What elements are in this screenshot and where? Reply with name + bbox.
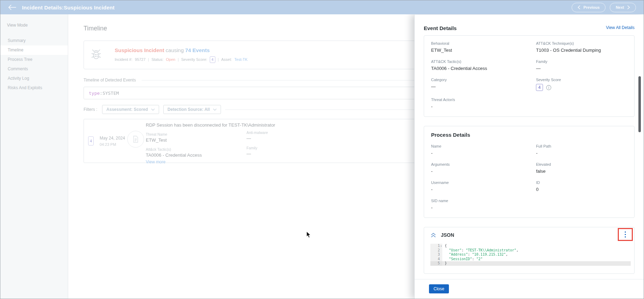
event-date: May 24, 2024 04:23 PM bbox=[100, 136, 125, 147]
panel-title: Event Details bbox=[424, 25, 457, 31]
event-details-card: Behavioral ETW_Test ATT&CK Technique(s) … bbox=[424, 35, 635, 117]
field-attck-tactic: ATT&CK Tactic(s) TA0006 - Credential Acc… bbox=[431, 59, 536, 71]
field-threat-actor: Threat Actor/s - bbox=[431, 98, 536, 109]
sidebar-item-risks-and-exploits[interactable]: Risks And Exploits bbox=[0, 83, 68, 93]
json-code-line: 1▾ { bbox=[430, 244, 631, 248]
chevron-down-icon bbox=[151, 108, 155, 111]
process-details-card: Process Details Name - Full Path - Argum… bbox=[424, 126, 635, 218]
top-header-bar: Incident Details:Suspicious Incident Pre… bbox=[0, 0, 644, 14]
json-section-card: JSON 1▾ { 2 "User": "TEST-TK\\Administra… bbox=[424, 227, 635, 274]
event-family: — bbox=[246, 151, 268, 156]
previous-button[interactable]: Previous bbox=[572, 3, 606, 12]
incident-status-value: Open bbox=[166, 57, 175, 62]
view-mode-sidebar: View Mode Summary Timeline Process Tree … bbox=[0, 14, 68, 299]
sidebar-title: View Mode bbox=[0, 23, 68, 28]
next-button[interactable]: Next bbox=[610, 3, 636, 12]
sidebar-item-comments[interactable]: Comments bbox=[0, 64, 68, 74]
event-details-panel: Event Details View All Details Behaviora… bbox=[414, 15, 644, 299]
event-details-panel-body: Event Details View All Details Behaviora… bbox=[415, 15, 644, 279]
incident-title: Suspicious Incident causing 74 Events bbox=[115, 47, 248, 53]
incident-details-screen: Incident Details:Suspicious Incident Pre… bbox=[0, 0, 644, 299]
event-title: RDP Session has been disconnected for TE… bbox=[146, 122, 275, 128]
chevron-left-icon bbox=[578, 5, 580, 9]
collapse-section-icon[interactable] bbox=[430, 233, 436, 238]
json-code-line: 3 "Address": "10.119.215.132", bbox=[430, 252, 631, 257]
json-code-line: 2 "User": "TEST-TK\\Administrator", bbox=[430, 248, 631, 253]
annotation-highlight-box bbox=[618, 228, 633, 241]
page-header-title: Incident Details:Suspicious Incident bbox=[22, 5, 115, 10]
back-arrow-icon[interactable] bbox=[8, 5, 16, 10]
event-antimalware: — bbox=[246, 136, 268, 141]
event-severity-badge: 4 bbox=[88, 136, 94, 145]
process-details-title: Process Details bbox=[431, 132, 627, 138]
incident-events-count[interactable]: 74 Events bbox=[185, 47, 210, 53]
field-category: Category — bbox=[431, 78, 536, 91]
panel-scrollbar-thumb[interactable] bbox=[638, 76, 641, 132]
json-section-header: JSON bbox=[430, 232, 631, 238]
event-time: 04:23 PM bbox=[100, 142, 125, 147]
json-section-title: JSON bbox=[441, 232, 454, 238]
chevron-down-icon bbox=[213, 108, 217, 111]
field-family: Family — bbox=[536, 59, 627, 71]
field-sid-name: SID name - bbox=[431, 199, 536, 210]
asset-link[interactable]: Test-TK bbox=[234, 57, 248, 62]
event-secondary-fields: Anti-malware — Family — bbox=[246, 130, 268, 161]
kebab-menu-button[interactable] bbox=[623, 230, 627, 239]
assessment-filter-dropdown[interactable]: Assessment: Scored bbox=[102, 105, 159, 114]
sidebar-item-timeline[interactable]: Timeline bbox=[0, 45, 68, 55]
field-username: Username - bbox=[431, 180, 536, 192]
sidebar-item-summary[interactable]: Summary bbox=[0, 36, 68, 45]
json-code-line-highlighted: 5 } bbox=[430, 261, 631, 266]
mouse-cursor bbox=[306, 231, 311, 238]
panel-footer: Close bbox=[415, 279, 644, 299]
field-process-id: ID 0 bbox=[536, 180, 627, 192]
severity-score-box: 4 bbox=[536, 84, 543, 91]
field-full-path: Full Path - bbox=[536, 144, 627, 156]
sidebar-item-process-tree[interactable]: Process Tree bbox=[0, 55, 68, 64]
incident-pagination: Previous Next bbox=[572, 3, 636, 12]
incident-meta-row: Incident #: 95727 | Status: Open | Sever… bbox=[115, 56, 248, 63]
panel-header: Event Details View All Details bbox=[424, 25, 635, 31]
field-severity-score: Severity Score 4 bbox=[536, 78, 627, 91]
close-button[interactable]: Close bbox=[429, 284, 449, 293]
field-attck-technique: ATT&CK Technique(s) T1003 - OS Credentia… bbox=[536, 41, 627, 53]
json-code-line: 4 "SessionID": "2" bbox=[430, 257, 631, 262]
sidebar-item-activity-log[interactable]: Activity Log bbox=[0, 74, 68, 83]
bug-icon bbox=[91, 48, 102, 62]
field-process-name: Name - bbox=[431, 144, 536, 156]
json-code-viewer[interactable]: 1▾ { 2 "User": "TEST-TK\\Administrator",… bbox=[430, 244, 631, 266]
field-arguments: Arguments - bbox=[431, 162, 536, 174]
chevron-right-icon bbox=[627, 5, 630, 9]
info-icon[interactable] bbox=[546, 85, 551, 90]
event-type-icon bbox=[127, 131, 144, 148]
incident-type-label: Suspicious Incident bbox=[115, 47, 164, 53]
field-behavioral: Behavioral ETW_Test bbox=[431, 41, 536, 53]
severity-score-badge: 4 bbox=[210, 56, 215, 63]
detection-source-filter-dropdown[interactable]: Detection Source: All bbox=[163, 105, 221, 114]
incident-number: 95727 bbox=[135, 57, 146, 62]
field-elevated: Elevated false bbox=[536, 162, 627, 174]
view-all-details-link[interactable]: View All Details bbox=[606, 25, 635, 30]
